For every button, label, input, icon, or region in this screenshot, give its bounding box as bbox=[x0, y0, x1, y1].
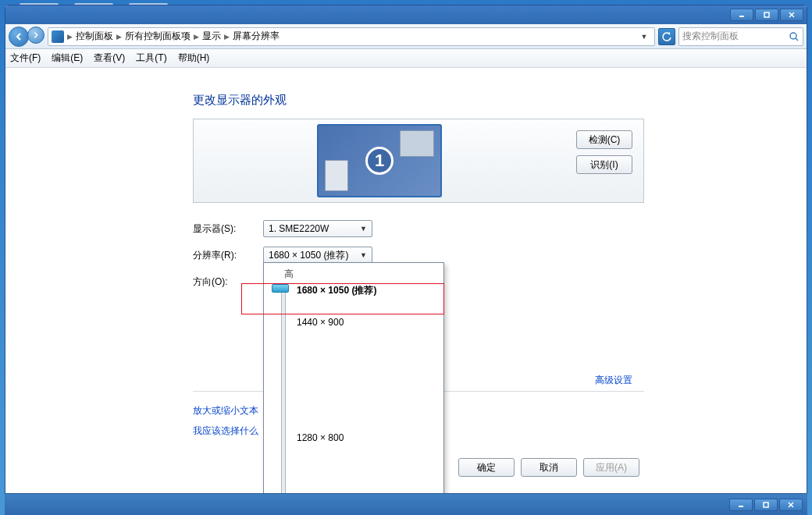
monitor-preview: 1 检测(C) 识别(I) bbox=[193, 119, 644, 203]
detect-button[interactable]: 检测(C) bbox=[576, 130, 632, 149]
chevron-down-icon: ▼ bbox=[360, 225, 367, 233]
svg-line-5 bbox=[796, 38, 798, 41]
which-choose-link[interactable]: 我应该选择什么 bbox=[193, 421, 258, 441]
monitor-number: 1 bbox=[365, 147, 394, 175]
resolution-label: 分辨率(R): bbox=[193, 249, 263, 262]
display-value: 1. SME2220W bbox=[269, 223, 329, 234]
svg-rect-7 bbox=[764, 503, 768, 507]
menubar: 文件(F) 编辑(E) 查看(V) 工具(T) 帮助(H) bbox=[5, 49, 807, 68]
chevron-down-icon: ▼ bbox=[360, 251, 367, 259]
resolution-dropdown: 高 1680 × 1050 (推荐)1440 × 9001280 × 800 bbox=[263, 262, 444, 515]
minimize-button[interactable] bbox=[730, 9, 753, 21]
chevron-right-icon: ▶ bbox=[194, 33, 199, 41]
display-select[interactable]: 1. SME2220W ▼ bbox=[263, 220, 372, 237]
display-settings-window: ▶ 控制面板 ▶ 所有控制面板项 ▶ 显示 ▶ 屏幕分辨率 ▼ 搜索控制面板 文… bbox=[5, 5, 807, 515]
menu-help[interactable]: 帮助(H) bbox=[178, 52, 210, 65]
close-button[interactable] bbox=[779, 499, 803, 511]
menu-edit[interactable]: 编辑(E) bbox=[52, 52, 83, 65]
text-size-link[interactable]: 放大或缩小文本 bbox=[193, 400, 258, 421]
breadcrumb-item[interactable]: 控制面板 bbox=[76, 30, 113, 43]
menu-tools[interactable]: 工具(T) bbox=[136, 52, 166, 65]
cancel-button[interactable]: 取消 bbox=[521, 458, 577, 477]
resolution-value: 1680 × 1050 (推荐) bbox=[269, 249, 348, 262]
nav-forward-button[interactable] bbox=[27, 27, 45, 44]
resolution-option[interactable]: 1280 × 800 bbox=[297, 432, 344, 443]
advanced-settings-link[interactable]: 高级设置 bbox=[595, 374, 632, 387]
ok-button[interactable]: 确定 bbox=[458, 458, 515, 477]
minimize-button[interactable] bbox=[729, 499, 753, 511]
breadcrumb-dropdown[interactable]: ▼ bbox=[637, 30, 651, 44]
dropdown-top-label: 高 bbox=[284, 268, 437, 281]
resolution-slider[interactable] bbox=[270, 284, 287, 515]
page-title: 更改显示器的外观 bbox=[193, 93, 807, 108]
monitor-thumbnail[interactable]: 1 bbox=[317, 124, 442, 197]
resolution-select[interactable]: 1680 × 1050 (推荐) ▼ bbox=[263, 247, 372, 264]
nav-back-button[interactable] bbox=[9, 27, 29, 47]
identify-button[interactable]: 识别(I) bbox=[576, 155, 632, 174]
preview-window-icon bbox=[400, 130, 434, 157]
secondary-titlebar bbox=[5, 493, 807, 515]
display-label: 显示器(S): bbox=[193, 222, 263, 236]
search-input[interactable]: 搜索控制面板 bbox=[678, 27, 803, 46]
breadcrumb-item[interactable]: 屏幕分辨率 bbox=[233, 30, 280, 43]
search-icon bbox=[789, 31, 800, 42]
svg-point-4 bbox=[790, 33, 796, 39]
search-placeholder: 搜索控制面板 bbox=[682, 30, 739, 43]
apply-button: 应用(A) bbox=[583, 458, 639, 477]
titlebar bbox=[5, 5, 807, 24]
maximize-button[interactable] bbox=[754, 499, 778, 511]
breadcrumb[interactable]: ▶ 控制面板 ▶ 所有控制面板项 ▶ 显示 ▶ 屏幕分辨率 ▼ bbox=[48, 27, 655, 46]
resolution-option[interactable]: 1440 × 900 bbox=[297, 317, 344, 328]
close-button[interactable] bbox=[780, 9, 803, 21]
control-panel-icon bbox=[52, 30, 64, 43]
maximize-button[interactable] bbox=[755, 9, 778, 21]
breadcrumb-item[interactable]: 显示 bbox=[202, 30, 221, 43]
preview-window-icon bbox=[325, 160, 348, 191]
menu-file[interactable]: 文件(F) bbox=[10, 52, 41, 65]
refresh-button[interactable] bbox=[658, 28, 675, 45]
svg-rect-1 bbox=[764, 12, 769, 17]
chevron-right-icon: ▶ bbox=[224, 33, 230, 41]
menu-view[interactable]: 查看(V) bbox=[94, 52, 125, 65]
chevron-right-icon: ▶ bbox=[116, 33, 122, 41]
navbar: ▶ 控制面板 ▶ 所有控制面板项 ▶ 显示 ▶ 屏幕分辨率 ▼ 搜索控制面板 bbox=[5, 24, 807, 49]
resolution-option[interactable]: 1680 × 1050 (推荐) bbox=[297, 284, 376, 297]
chevron-right-icon: ▶ bbox=[67, 33, 73, 41]
slider-thumb[interactable] bbox=[272, 284, 289, 293]
orientation-label: 方向(O): bbox=[193, 275, 263, 289]
breadcrumb-item[interactable]: 所有控制面板项 bbox=[125, 30, 191, 43]
